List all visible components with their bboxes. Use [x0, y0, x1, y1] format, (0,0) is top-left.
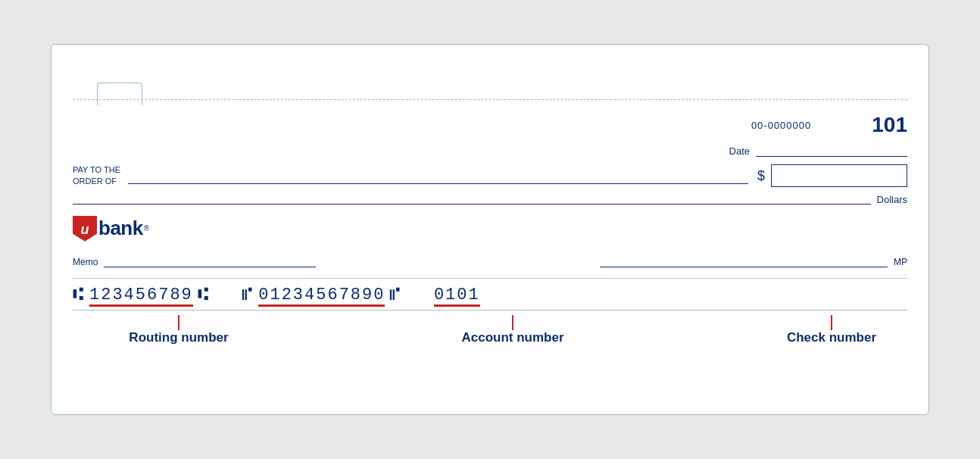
logo-area: u bank®: [73, 216, 907, 242]
micr-line: ⑆ 123456789 ⑆ ⑈ 01234567890 ⑈ 0101: [73, 278, 907, 310]
routing-label-group: Routing number: [95, 315, 262, 345]
memo-row: Memo MP: [73, 255, 907, 267]
account-label-group: Account number: [422, 315, 604, 345]
mp-label: MP: [894, 257, 907, 267]
check-routing-code: 00-0000000: [751, 120, 811, 131]
logo-u-letter: u: [81, 221, 89, 236]
date-row: Date: [73, 140, 907, 164]
us-shield-icon: u: [73, 216, 97, 242]
payto-label: PAY TO THEORDER OF: [73, 164, 120, 188]
payto-line: [128, 167, 748, 184]
usbank-logo: u bank®: [73, 216, 149, 242]
account-number-label: Account number: [461, 330, 563, 345]
amount-box: [771, 164, 907, 187]
routing-arrow-line: [178, 315, 179, 330]
date-line: [756, 145, 907, 157]
dollars-row: Dollars: [73, 194, 907, 205]
dollars-label: Dollars: [877, 194, 907, 205]
micr-account-number: 01234567890: [258, 286, 385, 304]
check-top-row: 00-0000000 101: [73, 105, 907, 140]
written-amount-line: [73, 194, 871, 205]
check-stub-tab: [97, 83, 142, 105]
dollar-sign: $: [757, 168, 765, 184]
routing-number-label: Routing number: [129, 330, 228, 345]
date-label: Date: [729, 145, 750, 157]
check-image: 00-0000000 101 Date PAY TO THEORDER OF $…: [51, 44, 929, 415]
routing-bracket-left: ⑆: [73, 285, 85, 305]
check-number-label: Check number: [787, 330, 876, 345]
account-arrow-line: [512, 315, 513, 330]
micr-routing-number: 123456789: [89, 286, 193, 304]
memo-label: Memo: [73, 257, 98, 267]
logo-bank-text: bank: [98, 217, 143, 240]
stub-perforation-line: [73, 99, 907, 100]
labels-row: Routing number Account number Check numb…: [73, 310, 907, 353]
signature-line: [600, 255, 888, 267]
account-bracket-left: ⑈: [242, 285, 254, 305]
logo-reg-mark: ®: [144, 224, 149, 233]
account-bracket-right: ⑈: [389, 285, 401, 305]
check-number-display: 101: [872, 113, 907, 137]
payto-row: PAY TO THEORDER OF $: [73, 164, 907, 188]
check-arrow-line: [831, 315, 832, 330]
memo-line: [104, 255, 316, 267]
routing-bracket-right: ⑆: [198, 285, 210, 305]
check-body: 00-0000000 101 Date PAY TO THEORDER OF $…: [73, 105, 907, 414]
check-label-group: Check number: [763, 315, 900, 345]
micr-check-number: 0101: [434, 286, 480, 304]
